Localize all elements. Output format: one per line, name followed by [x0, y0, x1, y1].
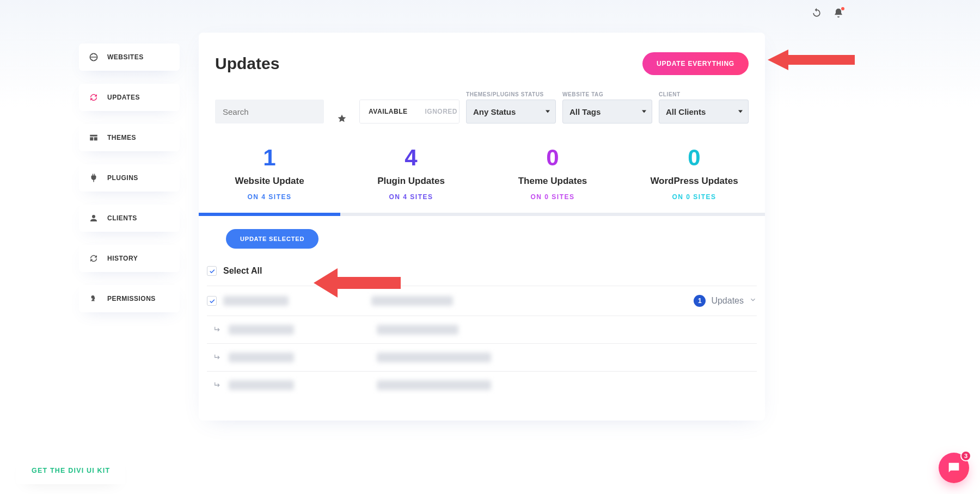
sidebar-item-websites[interactable]: WEBSITES	[79, 44, 180, 71]
stat-sub: ON 4 SITES	[340, 193, 482, 201]
chevron-down-icon[interactable]	[749, 296, 757, 306]
sidebar-item-history[interactable]: HISTORY	[79, 245, 180, 272]
sidebar-item-plugins[interactable]: PLUGINS	[79, 164, 180, 192]
plug-icon	[89, 173, 99, 183]
site-name-redacted	[229, 325, 294, 335]
site-row[interactable]: 1 Updates	[207, 286, 757, 316]
person-icon	[89, 213, 99, 223]
update-everything-button[interactable]: UPDATE EVERYTHING	[642, 52, 749, 75]
stat-count: 1	[199, 146, 340, 169]
site-subrow[interactable]	[207, 372, 757, 399]
favorite-icon[interactable]	[330, 114, 353, 124]
sidebar-item-updates[interactable]: UPDATES	[79, 84, 180, 111]
annotation-arrow-top	[768, 48, 855, 72]
site-name-redacted	[223, 296, 289, 306]
sidebar-item-label: UPDATES	[107, 94, 140, 101]
availability-toggle: AVAILABLE IGNORED	[359, 100, 460, 124]
sidebar-item-label: PLUGINS	[107, 174, 138, 182]
filters: AVAILABLE IGNORED THEMES/PLUGINS STATUS …	[199, 91, 765, 124]
client-filter-label: CLIENT	[659, 91, 749, 97]
site-url-redacted	[377, 325, 458, 335]
stat-wordpress[interactable]: 0 WordPress Updates ON 0 SITES	[623, 146, 765, 216]
history-icon	[89, 254, 99, 263]
stat-count: 0	[482, 146, 623, 169]
stat-sub: ON 0 SITES	[482, 193, 623, 201]
site-url-redacted	[377, 380, 491, 390]
svg-marker-1	[314, 268, 401, 298]
stat-label: WordPress Updates	[623, 176, 765, 187]
tag-filter-label: WEBSITE TAG	[562, 91, 652, 97]
sidebar-item-label: WEBSITES	[107, 53, 144, 61]
toggle-ignored[interactable]: IGNORED	[416, 100, 460, 123]
stat-plugin[interactable]: 4 Plugin Updates ON 4 SITES	[340, 146, 482, 216]
notifications-icon[interactable]	[833, 8, 844, 21]
sidebar-item-label: HISTORY	[107, 255, 138, 262]
sidebar-item-label: PERMISSIONS	[107, 295, 156, 302]
status-filter-label: THEMES/PLUGINS STATUS	[466, 91, 556, 97]
tag-filter: WEBSITE TAG All Tags	[562, 91, 652, 124]
toggle-available[interactable]: AVAILABLE	[360, 100, 416, 123]
update-selected-button[interactable]: UPDATE SELECTED	[226, 229, 318, 249]
annotation-arrow-row	[314, 268, 401, 298]
refresh-icon[interactable]	[811, 8, 822, 21]
stat-sub: ON 0 SITES	[623, 193, 765, 201]
stat-sub: ON 4 SITES	[199, 193, 340, 201]
stat-label: Website Update	[199, 176, 340, 187]
client-filter: CLIENT All Clients	[659, 91, 749, 124]
top-bar	[811, 8, 844, 21]
stats-tabs: 1 Website Update ON 4 SITES 4 Plugin Upd…	[199, 146, 765, 216]
site-subrow[interactable]	[207, 316, 757, 344]
site-subrow[interactable]	[207, 344, 757, 372]
refresh-icon	[89, 92, 99, 102]
site-name-redacted	[229, 353, 294, 362]
site-url-redacted	[377, 353, 491, 362]
svg-marker-0	[768, 50, 855, 70]
page-title: Updates	[215, 54, 279, 73]
theme-icon	[89, 133, 99, 143]
stat-count: 0	[623, 146, 765, 169]
key-icon	[89, 294, 99, 304]
client-select[interactable]: All Clients	[659, 100, 749, 124]
stat-theme[interactable]: 0 Theme Updates ON 0 SITES	[482, 146, 623, 216]
tag-select[interactable]: All Tags	[562, 100, 652, 124]
stat-label: Plugin Updates	[340, 176, 482, 187]
footer-cta[interactable]: GET THE DIVI UI KIT	[16, 457, 125, 484]
updates-label: Updates	[711, 296, 744, 306]
stat-count: 4	[340, 146, 482, 169]
status-filter: THEMES/PLUGINS STATUS Any Status	[466, 91, 556, 124]
main-panel: Updates UPDATE EVERYTHING AVAILABLE IGNO…	[199, 33, 765, 421]
updates-list: Select All 1 Updates	[199, 258, 765, 399]
sidebar: WEBSITES UPDATES THEMES PLUGINS CLIENTS …	[79, 44, 180, 312]
child-arrow-icon	[207, 381, 222, 390]
select-all-checkbox[interactable]	[207, 266, 217, 276]
sidebar-item-clients[interactable]: CLIENTS	[79, 205, 180, 232]
updates-count-badge: 1	[694, 295, 706, 307]
sidebar-item-permissions[interactable]: PERMISSIONS	[79, 285, 180, 312]
notification-dot	[841, 7, 844, 10]
sidebar-item-themes[interactable]: THEMES	[79, 124, 180, 151]
child-arrow-icon	[207, 353, 222, 362]
search-input[interactable]	[215, 100, 324, 124]
stat-label: Theme Updates	[482, 176, 623, 187]
chat-unread-badge: 3	[960, 450, 971, 461]
select-all-row: Select All	[207, 258, 757, 286]
status-select[interactable]: Any Status	[466, 100, 556, 124]
sidebar-item-label: CLIENTS	[107, 214, 137, 222]
row-checkbox[interactable]	[207, 296, 217, 306]
stat-website[interactable]: 1 Website Update ON 4 SITES	[199, 146, 340, 216]
site-name-redacted	[229, 380, 294, 390]
sidebar-item-label: THEMES	[107, 134, 136, 141]
main-header: Updates UPDATE EVERYTHING	[199, 52, 765, 75]
select-all-label: Select All	[223, 266, 262, 276]
chat-button[interactable]: 3	[939, 453, 969, 483]
globe-icon	[89, 52, 99, 62]
child-arrow-icon	[207, 325, 222, 334]
